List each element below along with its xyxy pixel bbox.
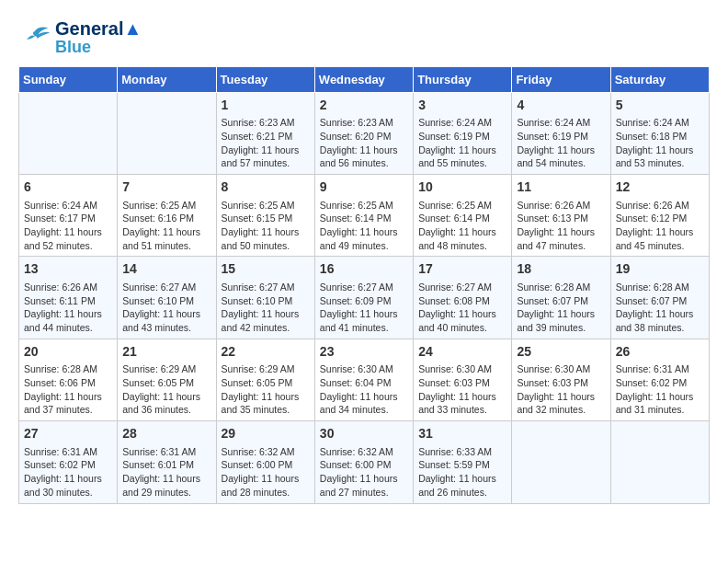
day-number: 9 bbox=[320, 178, 408, 197]
cell-content: Sunrise: 6:28 AMSunset: 6:06 PMDaylight:… bbox=[24, 362, 112, 417]
calendar-cell bbox=[118, 92, 216, 174]
day-header-friday: Friday bbox=[512, 66, 610, 92]
day-number: 19 bbox=[616, 260, 704, 279]
calendar-table: SundayMondayTuesdayWednesdayThursdayFrid… bbox=[18, 66, 710, 504]
calendar-week-5: 27Sunrise: 6:31 AMSunset: 6:02 PMDayligh… bbox=[19, 421, 710, 503]
page-header: General▲ Blue bbox=[18, 18, 710, 57]
day-number: 14 bbox=[122, 260, 210, 279]
cell-content: Sunrise: 6:28 AMSunset: 6:07 PMDaylight:… bbox=[616, 281, 704, 335]
cell-content: Sunrise: 6:25 AMSunset: 6:16 PMDaylight:… bbox=[122, 199, 210, 253]
cell-content: Sunrise: 6:27 AMSunset: 6:08 PMDaylight:… bbox=[418, 281, 506, 335]
calendar-cell: 3Sunrise: 6:24 AMSunset: 6:19 PMDaylight… bbox=[414, 92, 512, 174]
cell-content: Sunrise: 6:24 AMSunset: 6:19 PMDaylight:… bbox=[418, 116, 506, 170]
day-number: 26 bbox=[616, 343, 704, 362]
calendar-cell: 8Sunrise: 6:25 AMSunset: 6:15 PMDaylight… bbox=[216, 175, 314, 257]
calendar-cell: 27Sunrise: 6:31 AMSunset: 6:02 PMDayligh… bbox=[19, 421, 118, 503]
calendar-week-2: 6Sunrise: 6:24 AMSunset: 6:17 PMDaylight… bbox=[19, 175, 710, 257]
day-number: 2 bbox=[320, 97, 408, 115]
cell-content: Sunrise: 6:31 AMSunset: 6:02 PMDaylight:… bbox=[616, 362, 704, 417]
cell-content: Sunrise: 6:32 AMSunset: 6:00 PMDaylight:… bbox=[320, 445, 408, 500]
day-number: 10 bbox=[418, 178, 506, 197]
calendar-week-4: 20Sunrise: 6:28 AMSunset: 6:06 PMDayligh… bbox=[19, 339, 710, 420]
calendar-cell: 2Sunrise: 6:23 AMSunset: 6:20 PMDaylight… bbox=[314, 92, 413, 174]
cell-content: Sunrise: 6:33 AMSunset: 5:59 PMDaylight:… bbox=[418, 445, 506, 500]
day-number: 25 bbox=[517, 343, 605, 362]
calendar-cell: 28Sunrise: 6:31 AMSunset: 6:01 PMDayligh… bbox=[118, 421, 216, 503]
calendar-cell: 30Sunrise: 6:32 AMSunset: 6:00 PMDayligh… bbox=[314, 421, 413, 503]
day-number: 12 bbox=[616, 178, 704, 197]
calendar-cell: 13Sunrise: 6:26 AMSunset: 6:11 PMDayligh… bbox=[19, 257, 118, 339]
calendar-cell bbox=[610, 421, 709, 503]
day-number: 17 bbox=[418, 260, 506, 279]
day-header-thursday: Thursday bbox=[414, 66, 512, 92]
calendar-cell bbox=[19, 92, 118, 174]
cell-content: Sunrise: 6:27 AMSunset: 6:10 PMDaylight:… bbox=[122, 281, 210, 335]
calendar-cell: 10Sunrise: 6:25 AMSunset: 6:14 PMDayligh… bbox=[414, 175, 512, 257]
cell-content: Sunrise: 6:24 AMSunset: 6:18 PMDaylight:… bbox=[616, 116, 704, 170]
day-number: 28 bbox=[122, 425, 210, 443]
calendar-cell: 7Sunrise: 6:25 AMSunset: 6:16 PMDaylight… bbox=[118, 175, 216, 257]
logo-text: General▲ Blue bbox=[55, 18, 142, 57]
calendar-cell: 21Sunrise: 6:29 AMSunset: 6:05 PMDayligh… bbox=[118, 339, 216, 420]
day-number: 29 bbox=[222, 425, 310, 443]
calendar-cell: 31Sunrise: 6:33 AMSunset: 5:59 PMDayligh… bbox=[414, 421, 512, 503]
cell-content: Sunrise: 6:24 AMSunset: 6:19 PMDaylight:… bbox=[517, 116, 605, 170]
day-number: 3 bbox=[418, 97, 506, 115]
day-number: 31 bbox=[418, 425, 506, 443]
calendar-cell: 19Sunrise: 6:28 AMSunset: 6:07 PMDayligh… bbox=[610, 257, 709, 339]
day-number: 4 bbox=[517, 97, 605, 115]
day-number: 24 bbox=[418, 343, 506, 362]
day-number: 18 bbox=[517, 260, 605, 279]
cell-content: Sunrise: 6:31 AMSunset: 6:02 PMDaylight:… bbox=[24, 445, 112, 500]
cell-content: Sunrise: 6:23 AMSunset: 6:20 PMDaylight:… bbox=[320, 116, 408, 170]
calendar-header: SundayMondayTuesdayWednesdayThursdayFrid… bbox=[19, 66, 710, 92]
calendar-cell: 29Sunrise: 6:32 AMSunset: 6:00 PMDayligh… bbox=[216, 421, 314, 503]
cell-content: Sunrise: 6:26 AMSunset: 6:12 PMDaylight:… bbox=[616, 199, 704, 253]
cell-content: Sunrise: 6:28 AMSunset: 6:07 PMDaylight:… bbox=[517, 281, 605, 335]
cell-content: Sunrise: 6:25 AMSunset: 6:14 PMDaylight:… bbox=[320, 199, 408, 253]
day-number: 27 bbox=[24, 425, 112, 443]
calendar-cell: 5Sunrise: 6:24 AMSunset: 6:18 PMDaylight… bbox=[610, 92, 709, 174]
day-number: 20 bbox=[24, 343, 112, 362]
calendar-cell: 17Sunrise: 6:27 AMSunset: 6:08 PMDayligh… bbox=[414, 257, 512, 339]
cell-content: Sunrise: 6:32 AMSunset: 6:00 PMDaylight:… bbox=[222, 445, 310, 500]
cell-content: Sunrise: 6:25 AMSunset: 6:14 PMDaylight:… bbox=[418, 199, 506, 253]
calendar-cell: 16Sunrise: 6:27 AMSunset: 6:09 PMDayligh… bbox=[314, 257, 413, 339]
calendar-cell: 12Sunrise: 6:26 AMSunset: 6:12 PMDayligh… bbox=[610, 175, 709, 257]
logo: General▲ Blue bbox=[18, 18, 142, 57]
day-number: 6 bbox=[24, 178, 112, 197]
day-header-saturday: Saturday bbox=[610, 66, 709, 92]
calendar-cell: 9Sunrise: 6:25 AMSunset: 6:14 PMDaylight… bbox=[314, 175, 413, 257]
day-number: 15 bbox=[222, 260, 310, 279]
calendar-cell: 24Sunrise: 6:30 AMSunset: 6:03 PMDayligh… bbox=[414, 339, 512, 420]
calendar-cell: 6Sunrise: 6:24 AMSunset: 6:17 PMDaylight… bbox=[19, 175, 118, 257]
calendar-week-3: 13Sunrise: 6:26 AMSunset: 6:11 PMDayligh… bbox=[19, 257, 710, 339]
day-header-monday: Monday bbox=[118, 66, 216, 92]
cell-content: Sunrise: 6:29 AMSunset: 6:05 PMDaylight:… bbox=[222, 362, 310, 417]
day-number: 5 bbox=[616, 97, 704, 115]
day-number: 21 bbox=[122, 343, 210, 362]
logo-icon bbox=[18, 24, 51, 52]
cell-content: Sunrise: 6:30 AMSunset: 6:03 PMDaylight:… bbox=[517, 362, 605, 417]
calendar-cell: 18Sunrise: 6:28 AMSunset: 6:07 PMDayligh… bbox=[512, 257, 610, 339]
cell-content: Sunrise: 6:26 AMSunset: 6:11 PMDaylight:… bbox=[24, 281, 112, 335]
cell-content: Sunrise: 6:27 AMSunset: 6:10 PMDaylight:… bbox=[222, 281, 310, 335]
calendar-cell: 4Sunrise: 6:24 AMSunset: 6:19 PMDaylight… bbox=[512, 92, 610, 174]
cell-content: Sunrise: 6:24 AMSunset: 6:17 PMDaylight:… bbox=[24, 199, 112, 253]
day-number: 13 bbox=[24, 260, 112, 279]
calendar-cell: 15Sunrise: 6:27 AMSunset: 6:10 PMDayligh… bbox=[216, 257, 314, 339]
day-number: 16 bbox=[320, 260, 408, 279]
day-header-tuesday: Tuesday bbox=[216, 66, 314, 92]
day-number: 8 bbox=[222, 178, 310, 197]
calendar-cell: 22Sunrise: 6:29 AMSunset: 6:05 PMDayligh… bbox=[216, 339, 314, 420]
day-number: 11 bbox=[517, 178, 605, 197]
cell-content: Sunrise: 6:25 AMSunset: 6:15 PMDaylight:… bbox=[222, 199, 310, 253]
cell-content: Sunrise: 6:26 AMSunset: 6:13 PMDaylight:… bbox=[517, 199, 605, 253]
cell-content: Sunrise: 6:30 AMSunset: 6:03 PMDaylight:… bbox=[418, 362, 506, 417]
day-number: 23 bbox=[320, 343, 408, 362]
day-number: 22 bbox=[222, 343, 310, 362]
day-number: 7 bbox=[122, 178, 210, 197]
cell-content: Sunrise: 6:31 AMSunset: 6:01 PMDaylight:… bbox=[122, 445, 210, 500]
calendar-cell: 23Sunrise: 6:30 AMSunset: 6:04 PMDayligh… bbox=[314, 339, 413, 420]
calendar-cell: 26Sunrise: 6:31 AMSunset: 6:02 PMDayligh… bbox=[610, 339, 709, 420]
